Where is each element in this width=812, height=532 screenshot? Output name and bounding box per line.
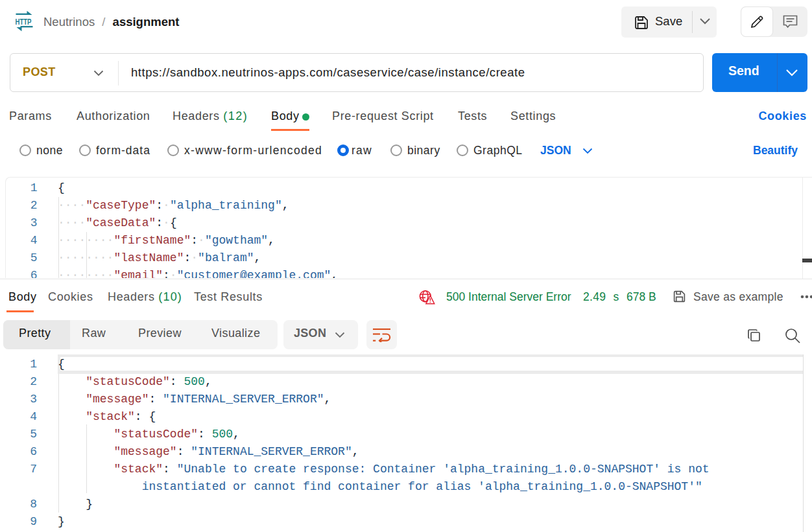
- svg-text:HTTP: HTTP: [16, 17, 32, 27]
